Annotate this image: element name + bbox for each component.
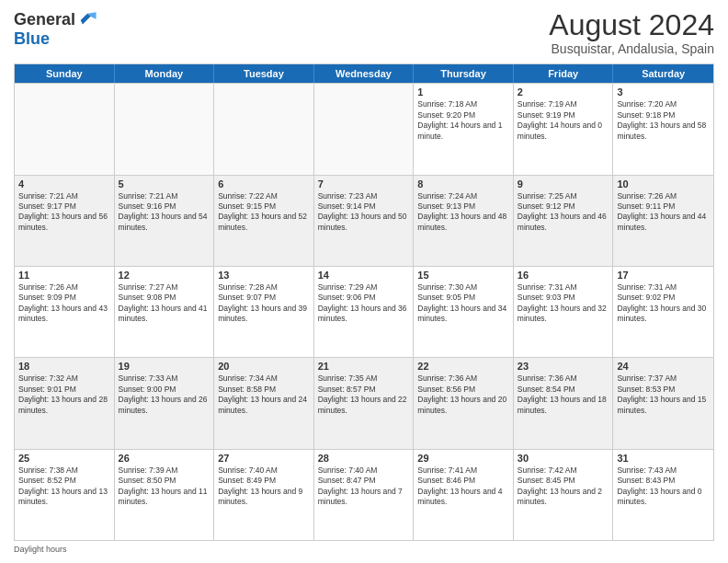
cell-info: Sunrise: 7:31 AM Sunset: 9:02 PM Dayligh… (617, 282, 710, 325)
header: General Blue August 2024 Busquistar, And… (14, 9, 714, 56)
cal-cell: 25Sunrise: 7:38 AM Sunset: 8:52 PM Dayli… (15, 450, 115, 540)
page: General Blue August 2024 Busquistar, And… (0, 0, 728, 563)
cal-cell: 29Sunrise: 7:41 AM Sunset: 8:46 PM Dayli… (414, 450, 514, 540)
header-saturday: Saturday (613, 64, 713, 83)
calendar-body: 1Sunrise: 7:18 AM Sunset: 9:20 PM Daylig… (15, 83, 713, 540)
cell-info: Sunrise: 7:36 AM Sunset: 8:56 PM Dayligh… (417, 373, 509, 416)
day-number: 20 (218, 361, 310, 372)
cal-cell: 12Sunrise: 7:27 AM Sunset: 9:08 PM Dayli… (115, 267, 215, 357)
cell-info: Sunrise: 7:26 AM Sunset: 9:09 PM Dayligh… (18, 282, 110, 325)
cal-week-3: 11Sunrise: 7:26 AM Sunset: 9:09 PM Dayli… (15, 266, 713, 357)
cell-info: Sunrise: 7:28 AM Sunset: 9:07 PM Dayligh… (218, 282, 310, 325)
day-number: 10 (617, 178, 710, 190)
cal-cell: 19Sunrise: 7:33 AM Sunset: 9:00 PM Dayli… (115, 358, 215, 448)
day-number: 22 (417, 361, 509, 372)
cell-info: Sunrise: 7:35 AM Sunset: 8:57 PM Dayligh… (318, 373, 410, 416)
cell-info: Sunrise: 7:19 AM Sunset: 9:19 PM Dayligh… (518, 99, 609, 142)
day-number: 25 (18, 453, 110, 464)
day-number: 8 (417, 178, 509, 190)
day-number: 9 (518, 178, 609, 190)
header-tuesday: Tuesday (214, 64, 314, 83)
cell-info: Sunrise: 7:41 AM Sunset: 8:46 PM Dayligh… (417, 465, 509, 508)
day-number: 4 (18, 178, 110, 190)
cal-cell: 6Sunrise: 7:22 AM Sunset: 9:15 PM Daylig… (214, 176, 314, 266)
cell-info: Sunrise: 7:21 AM Sunset: 9:17 PM Dayligh… (18, 191, 110, 234)
day-number: 18 (18, 361, 110, 372)
header-wednesday: Wednesday (314, 64, 415, 83)
cal-cell: 7Sunrise: 7:23 AM Sunset: 9:14 PM Daylig… (314, 176, 415, 266)
cal-cell: 13Sunrise: 7:28 AM Sunset: 9:07 PM Dayli… (214, 267, 314, 357)
day-number: 14 (318, 270, 410, 281)
day-number: 15 (417, 270, 509, 281)
cal-cell: 22Sunrise: 7:36 AM Sunset: 8:56 PM Dayli… (414, 358, 514, 448)
cal-week-1: 1Sunrise: 7:18 AM Sunset: 9:20 PM Daylig… (15, 83, 713, 174)
cal-cell: 2Sunrise: 7:19 AM Sunset: 9:19 PM Daylig… (514, 84, 614, 174)
cell-info: Sunrise: 7:39 AM Sunset: 8:50 PM Dayligh… (119, 465, 210, 508)
cell-info: Sunrise: 7:20 AM Sunset: 9:18 PM Dayligh… (617, 99, 710, 142)
cal-cell: 16Sunrise: 7:31 AM Sunset: 9:03 PM Dayli… (514, 267, 614, 357)
day-number: 21 (318, 361, 410, 372)
day-number: 17 (617, 270, 710, 281)
cal-week-4: 18Sunrise: 7:32 AM Sunset: 9:01 PM Dayli… (15, 357, 713, 448)
cal-cell: 23Sunrise: 7:36 AM Sunset: 8:54 PM Dayli… (514, 358, 614, 448)
cal-cell: 26Sunrise: 7:39 AM Sunset: 8:50 PM Dayli… (115, 450, 215, 540)
cell-info: Sunrise: 7:18 AM Sunset: 9:20 PM Dayligh… (417, 99, 509, 142)
cal-cell: 31Sunrise: 7:43 AM Sunset: 8:43 PM Dayli… (613, 450, 713, 540)
cal-cell: 11Sunrise: 7:26 AM Sunset: 9:09 PM Dayli… (15, 267, 115, 357)
cell-info: Sunrise: 7:22 AM Sunset: 9:15 PM Dayligh… (218, 191, 310, 234)
cal-cell: 9Sunrise: 7:25 AM Sunset: 9:12 PM Daylig… (514, 176, 614, 266)
cell-info: Sunrise: 7:42 AM Sunset: 8:45 PM Dayligh… (518, 465, 609, 508)
cell-info: Sunrise: 7:31 AM Sunset: 9:03 PM Dayligh… (518, 282, 609, 325)
header-thursday: Thursday (414, 64, 514, 83)
day-number: 24 (617, 361, 710, 372)
day-number: 5 (119, 178, 210, 190)
cal-cell: 8Sunrise: 7:24 AM Sunset: 9:13 PM Daylig… (414, 176, 514, 266)
logo-general-text: General (14, 10, 75, 29)
header-monday: Monday (115, 64, 215, 83)
cell-info: Sunrise: 7:38 AM Sunset: 8:52 PM Dayligh… (18, 465, 110, 508)
header-friday: Friday (514, 64, 614, 83)
day-number: 29 (417, 453, 509, 464)
title-block: August 2024 Busquistar, Andalusia, Spain (549, 9, 714, 56)
cal-cell: 30Sunrise: 7:42 AM Sunset: 8:45 PM Dayli… (514, 450, 614, 540)
cal-cell: 5Sunrise: 7:21 AM Sunset: 9:16 PM Daylig… (115, 176, 215, 266)
cal-cell: 1Sunrise: 7:18 AM Sunset: 9:20 PM Daylig… (414, 84, 514, 174)
cell-info: Sunrise: 7:43 AM Sunset: 8:43 PM Dayligh… (617, 465, 710, 508)
calendar-header: Sunday Monday Tuesday Wednesday Thursday… (15, 64, 713, 83)
cell-info: Sunrise: 7:25 AM Sunset: 9:12 PM Dayligh… (518, 191, 609, 234)
cell-info: Sunrise: 7:24 AM Sunset: 9:13 PM Dayligh… (417, 191, 509, 234)
cell-info: Sunrise: 7:27 AM Sunset: 9:08 PM Dayligh… (119, 282, 210, 325)
cell-info: Sunrise: 7:40 AM Sunset: 8:47 PM Dayligh… (318, 465, 410, 508)
cell-info: Sunrise: 7:21 AM Sunset: 9:16 PM Dayligh… (119, 191, 210, 234)
day-number: 6 (218, 178, 310, 190)
day-number: 30 (518, 453, 609, 464)
cal-cell: 27Sunrise: 7:40 AM Sunset: 8:49 PM Dayli… (214, 450, 314, 540)
day-number: 11 (18, 270, 110, 281)
day-number: 16 (518, 270, 609, 281)
cal-cell: 28Sunrise: 7:40 AM Sunset: 8:47 PM Dayli… (314, 450, 415, 540)
cal-week-5: 25Sunrise: 7:38 AM Sunset: 8:52 PM Dayli… (15, 449, 713, 540)
logo-blue-text: Blue (14, 29, 50, 49)
day-number: 13 (218, 270, 310, 281)
cal-cell: 17Sunrise: 7:31 AM Sunset: 9:02 PM Dayli… (613, 267, 713, 357)
subtitle: Busquistar, Andalusia, Spain (549, 41, 714, 56)
cell-info: Sunrise: 7:23 AM Sunset: 9:14 PM Dayligh… (318, 191, 410, 234)
footer-note: Daylight hours (14, 545, 714, 554)
cal-cell: 10Sunrise: 7:26 AM Sunset: 9:11 PM Dayli… (613, 176, 713, 266)
cal-cell: 3Sunrise: 7:20 AM Sunset: 9:18 PM Daylig… (613, 84, 713, 174)
logo: General Blue (14, 9, 97, 49)
cal-cell (314, 84, 415, 174)
cell-info: Sunrise: 7:36 AM Sunset: 8:54 PM Dayligh… (518, 373, 609, 416)
header-sunday: Sunday (15, 64, 115, 83)
cell-info: Sunrise: 7:29 AM Sunset: 9:06 PM Dayligh… (318, 282, 410, 325)
day-number: 27 (218, 453, 310, 464)
cal-cell: 24Sunrise: 7:37 AM Sunset: 8:53 PM Dayli… (613, 358, 713, 448)
cal-cell: 14Sunrise: 7:29 AM Sunset: 9:06 PM Dayli… (314, 267, 415, 357)
cal-cell: 20Sunrise: 7:34 AM Sunset: 8:58 PM Dayli… (214, 358, 314, 448)
day-number: 7 (318, 178, 410, 190)
cell-info: Sunrise: 7:26 AM Sunset: 9:11 PM Dayligh… (617, 191, 710, 234)
cal-cell: 21Sunrise: 7:35 AM Sunset: 8:57 PM Dayli… (314, 358, 415, 448)
cal-cell (214, 84, 314, 174)
cal-cell: 4Sunrise: 7:21 AM Sunset: 9:17 PM Daylig… (15, 176, 115, 266)
cal-week-2: 4Sunrise: 7:21 AM Sunset: 9:17 PM Daylig… (15, 175, 713, 266)
